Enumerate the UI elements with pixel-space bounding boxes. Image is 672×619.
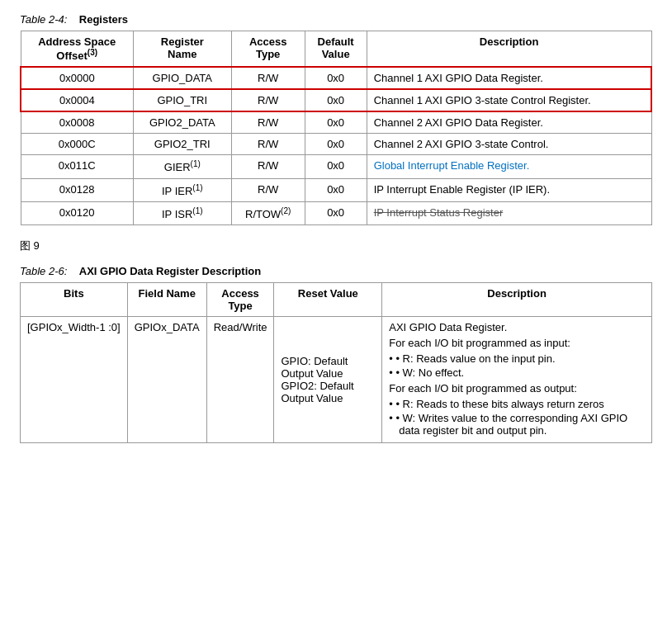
table-row: 0x011CGIER(1)R/W0x0Global Interrupt Enab… (21, 155, 651, 178)
cell-default: 0x0 (305, 201, 367, 224)
cell-reg-name: GPIO2_DATA (133, 111, 231, 134)
cell-default: 0x0 (305, 155, 367, 178)
registers-table: Address SpaceOffset(3) RegisterName Acce… (20, 31, 652, 225)
fig-label: 图 9 (20, 239, 652, 253)
gpio-data-register-table: Bits Field Name AccessType Reset Value D… (20, 282, 652, 443)
cell-access: R/W (231, 178, 305, 201)
cell-address: 0x0120 (21, 201, 133, 224)
cell-default: 0x0 (305, 178, 367, 201)
cell-reg-name: GPIO_DATA (133, 67, 231, 89)
col2-bits: Bits (21, 283, 128, 317)
cell-reset-value: GPIO: Default Output ValueGPIO2: Default… (274, 317, 382, 443)
cell-address: 0x0128 (21, 178, 133, 201)
cell-reg-name: GIER(1) (133, 155, 231, 178)
cell-access: R/W (231, 134, 305, 155)
cell-reg-name: GPIO2_TRI (133, 134, 231, 155)
cell-description: AXI GPIO Data Register.For each I/O bit … (382, 317, 652, 443)
cell-default: 0x0 (305, 67, 367, 89)
cell-access: R/W (231, 89, 305, 111)
cell-address: 0x0000 (21, 67, 133, 89)
cell-default: 0x0 (305, 89, 367, 111)
cell-description: Channel 2 AXI GPIO 3-state Control. (367, 134, 651, 155)
table1-header-row: Address SpaceOffset(3) RegisterName Acce… (21, 31, 651, 68)
cell-default: 0x0 (305, 111, 367, 134)
table2-caption-title: AXI GPIO Data Register Description (79, 265, 261, 277)
cell-default: 0x0 (305, 134, 367, 155)
col-access-type: AccessType (231, 31, 305, 68)
table2-caption-prefix: Table 2-6: (20, 265, 67, 277)
col-address: Address SpaceOffset(3) (21, 31, 133, 68)
cell-address: 0x011C (21, 155, 133, 178)
cell-access: R/W (231, 155, 305, 178)
cell-access: R/TOW(2) (231, 201, 305, 224)
cell-address: 0x0004 (21, 89, 133, 111)
cell-address: 0x0008 (21, 111, 133, 134)
cell-reg-name: IP IER(1) (133, 178, 231, 201)
table1-caption-prefix: Table 2-4: (20, 13, 67, 26)
cell-reg-name: GPIO_TRI (133, 89, 231, 111)
cell-description: Channel 2 AXI GPIO Data Register. (367, 111, 651, 134)
table-row: 0x0000GPIO_DATAR/W0x0Channel 1 AXI GPIO … (21, 67, 651, 89)
cell-description: Channel 1 AXI GPIO 3-state Control Regis… (367, 89, 651, 111)
table-row: 0x0008GPIO2_DATAR/W0x0Channel 2 AXI GPIO… (21, 111, 651, 134)
cell-field-name: GPIOx_DATA (127, 317, 206, 443)
col2-access-type: AccessType (206, 283, 274, 317)
cell-reg-name: IP ISR(1) (133, 201, 231, 224)
table2-header-row: Bits Field Name AccessType Reset Value D… (21, 283, 652, 317)
table1-caption-title: Registers (79, 13, 128, 26)
cell-description: IP Interrupt Enable Register (IP IER). (367, 178, 651, 201)
table2-caption: Table 2-6: AXI GPIO Data Register Descri… (20, 265, 652, 277)
table-row: [GPIOx_Width-1 :0]GPIOx_DATARead/WriteGP… (21, 317, 652, 443)
table1-caption: Table 2-4: Registers (20, 13, 652, 26)
col-description: Description (367, 31, 651, 68)
table-row: 0x0004GPIO_TRIR/W0x0Channel 1 AXI GPIO 3… (21, 89, 651, 111)
table-row: 0x0120IP ISR(1)R/TOW(2)0x0IP Interrupt S… (21, 201, 651, 224)
address-sup: (3) (88, 48, 97, 57)
col2-field-name: Field Name (127, 283, 206, 317)
col2-reset-value: Reset Value (274, 283, 382, 317)
col-default-value: DefaultValue (305, 31, 367, 68)
cell-access: R/W (231, 67, 305, 89)
cell-access: R/W (231, 111, 305, 134)
cell-access-type: Read/Write (206, 317, 274, 443)
cell-description: IP Interrupt Status Register (367, 201, 651, 224)
cell-description: Global Interrupt Enable Register. (367, 155, 651, 178)
cell-bits: [GPIOx_Width-1 :0] (21, 317, 128, 443)
col-reg-name: RegisterName (133, 31, 231, 68)
table-row: 0x0128IP IER(1)R/W0x0IP Interrupt Enable… (21, 178, 651, 201)
table-row: 0x000CGPIO2_TRIR/W0x0Channel 2 AXI GPIO … (21, 134, 651, 155)
cell-description: Channel 1 AXI GPIO Data Register. (367, 67, 651, 89)
col2-description: Description (382, 283, 652, 317)
cell-address: 0x000C (21, 134, 133, 155)
